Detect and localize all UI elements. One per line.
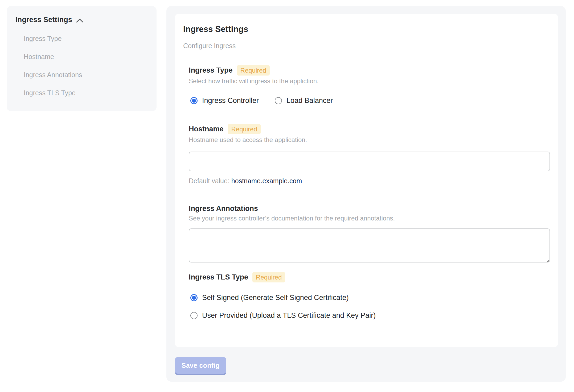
settings-main-panel: Ingress Settings Configure Ingress Ingre… (166, 6, 566, 382)
radio-icon (190, 312, 198, 319)
required-badge: Required (228, 124, 261, 134)
sidebar-item-list: Ingress Type Hostname Ingress Annotation… (15, 35, 149, 97)
tls-type-label: Ingress TLS Type (189, 273, 248, 281)
radio-user-provided[interactable]: User Provided (Upload a TLS Certificate … (190, 311, 550, 320)
ingress-settings-card: Ingress Settings Configure Ingress Ingre… (175, 14, 558, 347)
section-ingress-type: Ingress Type Required Select how traffic… (189, 65, 550, 105)
chevron-up-icon[interactable] (76, 18, 84, 23)
form-sections: Ingress Type Required Select how traffic… (183, 65, 550, 320)
ingress-type-label-row: Ingress Type Required (189, 65, 550, 76)
hostname-input[interactable] (189, 152, 550, 171)
radio-label: User Provided (Upload a TLS Certificate … (202, 311, 376, 320)
radio-load-balancer[interactable]: Load Balancer (275, 97, 333, 105)
hostname-default-line: Default value: hostname.example.com (189, 177, 550, 185)
section-ingress-annotations: Ingress Annotations See your ingress con… (189, 205, 550, 262)
ingress-type-label: Ingress Type (189, 66, 233, 74)
radio-label: Load Balancer (286, 97, 333, 105)
hostname-description: Hostname used to access the application. (189, 136, 550, 144)
sidebar-item-ingress-type[interactable]: Ingress Type (24, 35, 149, 43)
page-title: Ingress Settings (183, 24, 550, 34)
tls-type-label-row: Ingress TLS Type Required (189, 272, 550, 282)
ingress-type-description: Select how traffic will ingress to the a… (189, 77, 550, 85)
hostname-label-row: Hostname Required (189, 124, 550, 134)
save-config-button[interactable]: Save config (175, 357, 226, 374)
tls-type-radio-group: Self Signed (Generate Self Signed Certif… (189, 294, 550, 320)
radio-ingress-controller[interactable]: Ingress Controller (190, 97, 259, 105)
sidebar-section-title: Ingress Settings (15, 16, 72, 24)
default-value-label: Default value: (189, 177, 229, 185)
section-hostname: Hostname Required Hostname used to acces… (189, 124, 550, 185)
sidebar-section-header[interactable]: Ingress Settings (15, 16, 149, 24)
radio-label: Self Signed (Generate Self Signed Certif… (202, 294, 349, 302)
settings-nav-sidebar: Ingress Settings Ingress Type Hostname I… (7, 6, 157, 111)
radio-icon (190, 294, 198, 301)
annotations-textarea[interactable] (189, 228, 550, 262)
ingress-type-radio-group: Ingress Controller Load Balancer (189, 97, 550, 105)
annotations-label: Ingress Annotations (189, 205, 258, 213)
section-ingress-tls-type: Ingress TLS Type Required Self Signed (G… (189, 272, 550, 320)
radio-label: Ingress Controller (202, 97, 259, 105)
annotations-label-row: Ingress Annotations (189, 205, 550, 213)
radio-self-signed[interactable]: Self Signed (Generate Self Signed Certif… (190, 294, 550, 302)
page-subtitle: Configure Ingress (183, 42, 550, 50)
annotations-description: See your ingress controller’s documentat… (189, 215, 550, 222)
required-badge: Required (237, 65, 270, 76)
radio-icon (190, 97, 198, 104)
sidebar-item-ingress-annotations[interactable]: Ingress Annotations (24, 71, 149, 79)
required-badge: Required (252, 272, 285, 282)
sidebar-item-ingress-tls-type[interactable]: Ingress TLS Type (24, 89, 149, 97)
hostname-label: Hostname (189, 125, 224, 133)
sidebar-item-hostname[interactable]: Hostname (24, 53, 149, 61)
default-value-text: hostname.example.com (231, 177, 302, 185)
radio-icon (275, 97, 282, 104)
